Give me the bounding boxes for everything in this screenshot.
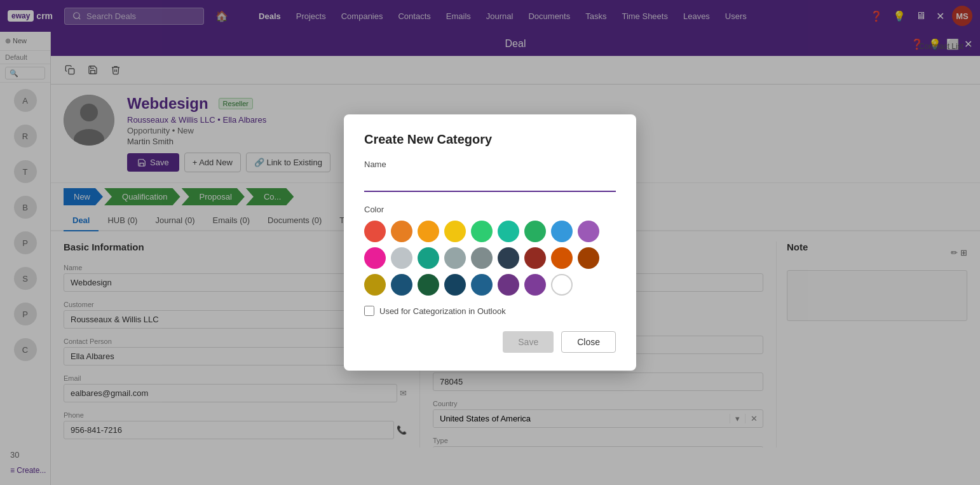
- color-swatch-green[interactable]: [471, 221, 493, 242]
- color-swatch-light-orange[interactable]: [418, 221, 439, 242]
- app-container: eway crm 🏠 Deals Projects Companies Cont…: [0, 0, 980, 485]
- color-swatch-deep-blue[interactable]: [444, 274, 466, 296]
- modal-title: Create New Category: [364, 132, 616, 147]
- modal-buttons: Save Close: [364, 331, 616, 353]
- modal-save-button[interactable]: Save: [503, 331, 554, 353]
- color-swatch-brown[interactable]: [578, 247, 599, 269]
- color-swatch-navy[interactable]: [471, 274, 493, 296]
- color-swatch-orange[interactable]: [391, 221, 412, 242]
- modal-name-label: Name: [364, 160, 616, 169]
- color-swatch-navy-dark[interactable]: [391, 274, 412, 296]
- modal-close-button[interactable]: Close: [561, 331, 616, 353]
- color-swatch-dark-red[interactable]: [524, 247, 546, 269]
- color-swatch-purple[interactable]: [578, 221, 599, 242]
- color-swatch-dark-blue-gray[interactable]: [498, 247, 519, 269]
- modal-name-input[interactable]: [364, 173, 616, 192]
- color-swatch-dark-teal[interactable]: [418, 247, 439, 269]
- color-swatch-forest-green[interactable]: [418, 274, 439, 296]
- color-swatch-medium-gray[interactable]: [471, 247, 493, 269]
- color-swatch-teal[interactable]: [498, 221, 519, 242]
- color-swatch-pink[interactable]: [364, 247, 386, 269]
- color-grid: [364, 221, 616, 296]
- outlook-checkbox[interactable]: [364, 306, 374, 316]
- color-swatch-gray[interactable]: [444, 247, 466, 269]
- color-swatch-light-gray[interactable]: [391, 247, 412, 269]
- color-swatch-gold[interactable]: [364, 274, 386, 296]
- outlook-label[interactable]: Used for Categorization in Outlook: [379, 306, 506, 316]
- color-swatch-dark-purple[interactable]: [498, 274, 519, 296]
- color-swatch-medium-purple[interactable]: [524, 274, 546, 296]
- modal-overlay: Create New Category Name Color Used for …: [0, 0, 980, 485]
- color-swatch-red[interactable]: [364, 221, 386, 242]
- color-swatch-blue[interactable]: [551, 221, 573, 242]
- create-category-modal: Create New Category Name Color Used for …: [344, 114, 636, 371]
- outlook-check-row: Used for Categorization in Outlook: [364, 306, 616, 316]
- modal-color-label: Color: [364, 205, 616, 214]
- color-swatch-white[interactable]: [551, 274, 573, 296]
- color-swatch-dark-green[interactable]: [524, 221, 546, 242]
- color-swatch-burnt-orange[interactable]: [551, 247, 573, 269]
- color-swatch-yellow[interactable]: [444, 221, 466, 242]
